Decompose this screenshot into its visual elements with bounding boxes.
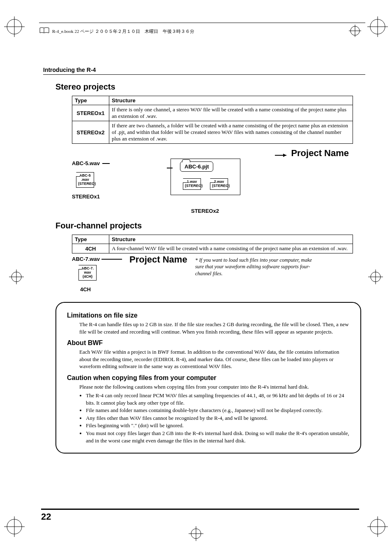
running-header: Introducing the R-4: [43, 67, 365, 75]
note-box: Limitations on file size The R-4 can han…: [55, 302, 361, 454]
th-type: Type: [72, 235, 109, 244]
4ch-table: Type Structure 4CH A four-channel WAV fi…: [72, 235, 353, 253]
cell-structure: If there are two channels, a folder will…: [109, 121, 353, 144]
bullet-item: Files beginning with "." (dot) will be i…: [86, 422, 350, 429]
crop-mark-icon: [9, 269, 24, 286]
bullet-item: The R-4 can only record linear PCM WAV f…: [86, 392, 350, 406]
file-icon: ABC-5 .wav (STEREO): [76, 172, 94, 188]
bullet-item: You must not copy files larger than 2 GB…: [86, 430, 350, 444]
subheading: Limitations on file size: [67, 312, 350, 319]
svg-marker-27: [283, 154, 286, 157]
print-header: R-4_e.book 22 ページ ２００５年２月１０日 木曜日 午後３時３６分: [52, 28, 194, 35]
crop-mark-icon: [367, 516, 388, 539]
bullet-item: File names and folder names containing d…: [86, 407, 350, 414]
diagram-caption: 4CH: [80, 286, 91, 292]
subheading: About BWF: [67, 339, 350, 347]
crop-mark-icon: [368, 269, 383, 286]
project-name-label: Project Name: [129, 254, 187, 265]
body-text: Please note the following cautions when …: [79, 383, 350, 391]
cell-structure: If there is only one channel, a stereo W…: [109, 105, 353, 121]
stereo-table: Type Structure STEREOx1 If there is only…: [72, 96, 353, 144]
bullet-list: The R-4 can only record linear PCM WAV f…: [86, 392, 350, 444]
cell-type: STEREOx1: [72, 105, 109, 121]
page-number: 22: [41, 511, 359, 522]
arrow-icon: [275, 153, 287, 158]
connector-icon: [101, 258, 122, 261]
diagram-label: ABC-5.wav: [72, 160, 100, 166]
footnote: * If you want to load such files into yo…: [195, 257, 318, 277]
file-icon: ABC-7. wav (4CH): [78, 265, 97, 281]
project-name-label: Project Name: [291, 148, 349, 159]
file-icon: 1.wav (STEREO): [183, 178, 201, 190]
th-type: Type: [72, 96, 109, 105]
cell-type: 4CH: [72, 244, 109, 253]
footer-rule: [41, 509, 359, 510]
th-structure: Structure: [109, 235, 353, 244]
diagram-caption: STEREOx1: [72, 193, 110, 200]
crosshair-icon: [349, 25, 361, 38]
cell-type: STEREOx2: [72, 121, 109, 144]
bullet-item: Any files other than WAV files cannot be…: [86, 415, 350, 422]
connector-icon: [167, 164, 173, 171]
folder-icon: ABC-6.pjt: [180, 161, 213, 172]
cell-structure: A four-channel WAV file will be created …: [109, 244, 353, 253]
th-structure: Structure: [109, 96, 353, 105]
diagram-caption: STEREOx2: [191, 208, 219, 214]
diagram-label: ABC-7.wav: [72, 256, 100, 262]
body-text: Each WAV file within a project is in BWF…: [79, 348, 350, 370]
subheading: Caution when copying files from your com…: [67, 374, 350, 382]
crop-mark-icon: [367, 16, 388, 39]
body-text: The R-4 can handle files up to 2 GB in s…: [79, 321, 350, 335]
connector-icon: [102, 161, 110, 166]
crop-mark-icon: [4, 516, 25, 539]
crop-mark-icon: [4, 16, 25, 39]
section-title-4ch: Four-channel projects: [55, 221, 361, 230]
book-icon: [39, 27, 50, 35]
file-icon: 2.wav (STEREO): [210, 178, 228, 190]
section-title-stereo: Stereo projects: [55, 82, 361, 92]
